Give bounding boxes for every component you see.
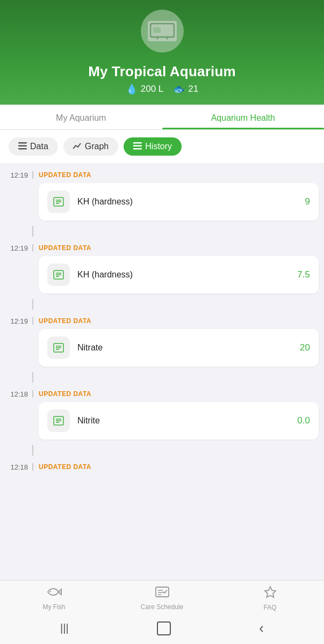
pill-history[interactable]: History [124,137,182,156]
system-menu-btn[interactable]: ||| [60,622,69,634]
param-name-1: KH (hardness) [77,197,298,207]
connector-4 [0,445,324,456]
water-drop-icon: 💧 [126,83,138,95]
connector-2 [0,299,324,310]
list-icon-2 [53,269,64,281]
svg-rect-5 [18,142,27,144]
fish-count-stat: 🐟 21 [173,83,198,95]
avatar [141,10,184,53]
timeline-row-2: 12:19 UPDATED DATA KH (hardness) 7.5 [0,237,324,299]
card-icon-wrap-4 [47,409,70,432]
entry-content-5: UPDATED DATA [33,456,319,475]
timestamp-2: 12:19 [5,237,32,252]
timestamp-3: 12:19 [5,310,32,325]
aquarium-icon [150,23,175,39]
svg-rect-6 [18,145,27,147]
pill-graph[interactable]: Graph [63,137,118,156]
fish-icon: 🐟 [173,83,185,95]
card-icon-wrap-2 [47,264,70,286]
header: My Tropical Aquarium 💧 200 L 🐟 21 [0,0,324,105]
timestamp-1: 12:19 [5,164,32,179]
system-bar: ||| ‹ [0,614,324,644]
timeline-row-4: 12:18 UPDATED DATA Nitrite 0.0 [0,383,324,445]
updated-label-5: UPDATED DATA [39,456,319,475]
list-icon-3 [53,342,64,354]
tab-aquarium-health[interactable]: Aquarium Health [162,105,325,129]
param-value-1: 9 [305,196,310,207]
nav-label-care-schedule: Care Schedule [141,603,183,611]
connector-1 [0,226,324,237]
bottom-nav: My Fish Care Schedule FAQ [0,580,324,644]
svg-rect-31 [156,587,169,597]
svg-marker-35 [265,587,276,597]
main-tab-bar: My Aquarium Aquarium Health [0,105,324,130]
param-value-2: 7.5 [297,269,310,280]
timeline-row-5: 12:18 UPDATED DATA [0,456,324,475]
data-card-4: Nitrite 0.0 [39,402,319,440]
nav-label-faq: FAQ [263,604,276,611]
list-icon-1 [53,196,64,208]
timeline-row-3: 12:19 UPDATED DATA Nitrate 20 [0,310,324,372]
svg-rect-1 [153,27,161,33]
history-icon [133,142,142,151]
updated-label-4: UPDATED DATA [39,383,319,402]
connector-3 [0,372,324,383]
param-name-3: Nitrate [77,343,292,353]
svg-rect-7 [18,148,27,150]
sub-tab-bar: Data Graph History [0,130,324,164]
aquarium-avatar [148,21,177,41]
nav-item-care-schedule[interactable]: Care Schedule [108,586,216,611]
updated-label-1: UPDATED DATA [39,164,319,183]
faq-nav-icon [264,586,277,602]
nav-item-my-fish[interactable]: My Fish [0,586,108,611]
updated-label-3: UPDATED DATA [39,310,319,329]
care-schedule-nav-icon [155,586,169,601]
timestamp-4: 12:18 [5,383,32,398]
pill-data[interactable]: Data [9,137,58,156]
param-value-4: 0.0 [297,415,310,426]
history-list: 12:19 UPDATED DATA KH (hardness) 9 [0,164,324,539]
aquarium-stats: 💧 200 L 🐟 21 [126,83,198,95]
nav-item-faq[interactable]: FAQ [216,586,324,611]
data-card-1: KH (hardness) 9 [39,183,319,221]
system-back-btn[interactable]: ‹ [259,620,264,636]
entry-content-3: UPDATED DATA Nitrate 20 [33,310,319,372]
svg-rect-11 [133,142,135,144]
entry-content-2: UPDATED DATA KH (hardness) 7.5 [33,237,319,299]
param-name-2: KH (hardness) [77,270,290,280]
svg-point-30 [49,591,51,592]
system-home-btn[interactable] [157,621,171,635]
card-icon-wrap-3 [47,336,70,359]
timestamp-5: 12:18 [5,456,32,471]
fish-nav-icon [47,586,62,601]
entry-content-4: UPDATED DATA Nitrite 0.0 [33,383,319,445]
nav-items: My Fish Care Schedule FAQ [0,581,324,614]
timeline-row-1: 12:19 UPDATED DATA KH (hardness) 9 [0,164,324,226]
param-value-3: 20 [300,342,310,353]
data-icon [18,142,27,151]
tab-my-aquarium[interactable]: My Aquarium [0,105,162,129]
param-name-4: Nitrite [77,416,290,426]
list-icon-4 [53,415,64,427]
aquarium-title: My Tropical Aquarium [88,63,236,80]
volume-stat: 💧 200 L [126,83,164,95]
volume-value: 200 L [141,84,164,94]
data-card-3: Nitrate 20 [39,329,319,367]
svg-rect-13 [133,148,135,150]
svg-rect-12 [133,145,135,147]
fish-count-value: 21 [188,84,198,94]
graph-icon [73,142,82,151]
card-icon-wrap-1 [47,191,70,213]
updated-label-2: UPDATED DATA [39,237,319,256]
data-card-2: KH (hardness) 7.5 [39,256,319,294]
entry-content-1: UPDATED DATA KH (hardness) 9 [33,164,319,226]
nav-label-my-fish: My Fish [43,603,66,611]
